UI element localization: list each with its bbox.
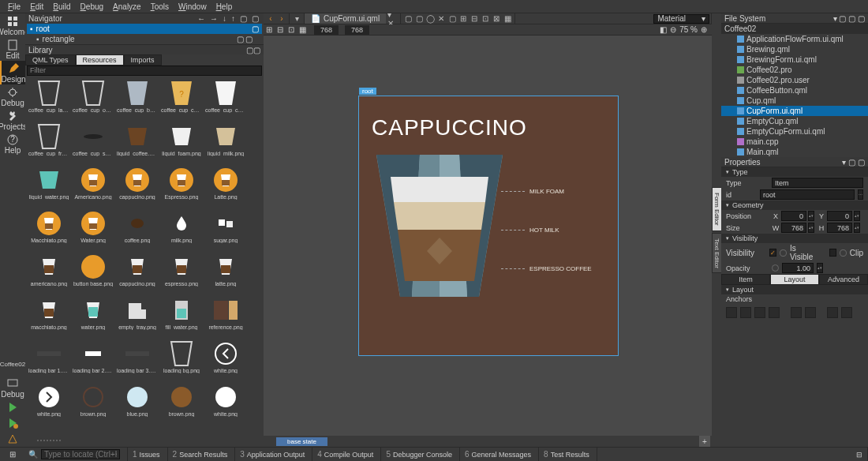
resource-item[interactable]: liquid_water.png (27, 166, 71, 209)
resource-item[interactable]: espresso.png (159, 253, 204, 296)
resource-item[interactable]: white.png (204, 339, 248, 383)
add-state-button[interactable]: + (699, 436, 710, 447)
anchor-vcenter[interactable] (805, 307, 816, 318)
navigator-item-rectangle[interactable]: ▪rectangle ▢▢ (25, 34, 264, 44)
menu-debug[interactable]: Debug (76, 2, 108, 11)
resource-item[interactable]: water.png (71, 296, 115, 339)
output-pane-search-results[interactable]: 2Search Results (168, 448, 236, 461)
input-x[interactable] (781, 211, 806, 221)
form-canvas[interactable]: root CAPPUCCINO MILK FOAM HOT MILK E (264, 36, 712, 436)
resource-item[interactable]: coffee_cup_coverplat... (204, 79, 248, 122)
section-geometry[interactable]: Geometry (721, 201, 868, 210)
ruler-icon[interactable]: ⊞ (264, 24, 275, 36)
locator-input[interactable] (41, 449, 120, 459)
output-pane-compile-output[interactable]: 4Compile Output (312, 448, 381, 461)
file-item[interactable]: Main.qml (721, 147, 868, 157)
file-item[interactable]: Coffee02.pro (721, 65, 868, 75)
menu-analyze[interactable]: Analyze (108, 2, 146, 11)
section-visibility[interactable]: Visibility (721, 234, 868, 243)
resource-item[interactable]: brown.png (159, 383, 204, 426)
checkbox-isvisible[interactable] (769, 249, 777, 257)
lib-max-icon[interactable]: ▢ (246, 46, 253, 54)
resource-item[interactable]: loading bar 3.png (115, 339, 159, 383)
zoom-out-icon[interactable]: ⊖ (670, 25, 676, 34)
resource-item[interactable]: coffee.png (115, 209, 159, 253)
section-layout[interactable]: Layout (721, 285, 868, 294)
resource-item[interactable]: line.png (27, 426, 71, 447)
resource-item[interactable]: coffee_cup_back.png (115, 79, 159, 122)
file-item[interactable]: main.cpp (721, 137, 868, 147)
nav-right-icon[interactable]: → (208, 14, 219, 23)
kit-selector[interactable]: Coffee02 (0, 352, 25, 376)
nav-close-icon[interactable]: ▢ (250, 14, 260, 23)
resource-item[interactable]: liquid_coffee.png (115, 122, 159, 166)
resource-item[interactable]: Latte.png (204, 166, 248, 209)
toggle-sidebar-icon[interactable]: ⊞ (9, 450, 16, 459)
anchor-right[interactable] (769, 307, 780, 318)
resource-item[interactable]: macchiato.png (27, 296, 71, 339)
resource-item[interactable]: brown.png (71, 383, 115, 426)
tool-icon[interactable]: ▢ (413, 13, 425, 24)
file-item[interactable]: EmptyCup.qml (721, 116, 868, 126)
file-item[interactable]: Cup.qml (721, 96, 868, 106)
state-base[interactable]: base state (276, 437, 327, 446)
resource-item[interactable]: Macchiato.png (27, 209, 71, 253)
toggle-right-icon[interactable]: ⊟ (851, 448, 868, 461)
output-pane-test-results[interactable]: 8Test Results (539, 448, 597, 461)
resource-item[interactable]: empty_tray.png (115, 296, 159, 339)
resource-item[interactable]: coffee_cup_front.png (27, 122, 71, 166)
radio-isvisible[interactable] (780, 249, 787, 257)
tool-icon[interactable]: ✕ (436, 13, 447, 24)
canvas-width[interactable]: 768 (314, 25, 339, 35)
nav-down-icon[interactable]: ↓ (221, 14, 228, 23)
menu-build[interactable]: Build (48, 2, 75, 11)
subtab-advanced[interactable]: Advanced (819, 274, 868, 285)
mode-edit[interactable]: Edit (0, 37, 25, 61)
resource-item[interactable]: cappucino.png (115, 166, 159, 209)
tab-imports[interactable]: Imports (124, 54, 162, 66)
resource-item[interactable]: Americano.png (71, 166, 115, 209)
spin-h[interactable]: ▴▾ (854, 223, 860, 233)
canvas-height[interactable]: 768 (345, 25, 369, 35)
resource-item[interactable]: coffee_cup_outline.p... (71, 79, 115, 122)
tool-icon[interactable]: ▦ (502, 13, 513, 24)
dropdown-icon[interactable]: ▾ (291, 13, 302, 24)
file-item[interactable]: BrewingForm.ui.qml (721, 54, 868, 65)
navigator-root-item[interactable]: ▪root ▢ (27, 24, 262, 34)
mode-help[interactable]: ?Help (0, 132, 25, 156)
zoom-icon[interactable]: ◧ (660, 25, 667, 34)
library-filter-input[interactable]: Filter (27, 66, 262, 76)
input-y[interactable] (827, 211, 852, 221)
file-item[interactable]: Coffee02.pro.user (721, 75, 868, 85)
radio-clip[interactable] (840, 249, 847, 257)
spin-opacity[interactable]: ▴▾ (817, 263, 823, 273)
subtab-item[interactable]: Item (721, 274, 770, 285)
visibility-icon[interactable]: ▢ (252, 24, 259, 33)
resource-item[interactable]: fill_water.png (159, 296, 204, 339)
resource-item[interactable]: button base.png (71, 253, 115, 296)
anchor-top[interactable] (726, 307, 737, 318)
tab-qml-types[interactable]: QML Types (25, 54, 76, 66)
resource-item[interactable]: latte.png (204, 253, 248, 296)
tool-icon[interactable]: ◯ (425, 13, 436, 24)
resource-item[interactable]: coffee_cup_shadow.... (71, 122, 115, 166)
menu-tools[interactable]: Tools (146, 2, 174, 11)
output-pane-general-messages[interactable]: 6General Messages (460, 448, 539, 461)
nav-max-icon[interactable]: ▢ (238, 14, 249, 23)
back-icon[interactable]: ‹ (265, 13, 276, 24)
resource-item[interactable]: sugar.png (204, 209, 248, 253)
ruler-icon[interactable]: ▦ (297, 24, 308, 36)
anchor-fill[interactable] (791, 307, 802, 318)
zoom-value[interactable]: 75 % (679, 25, 698, 34)
nav-left-icon[interactable]: ← (196, 14, 207, 23)
input-id[interactable] (760, 189, 855, 200)
export-icon[interactable]: ▢ (237, 35, 244, 43)
resource-item[interactable]: loading bg.png (159, 339, 204, 383)
tab-text-editor[interactable]: Text Editor (712, 233, 722, 274)
input-opacity[interactable] (782, 263, 814, 273)
output-pane-application-output[interactable]: 3Application Output (235, 448, 312, 461)
tool-icon[interactable]: ⊠ (491, 13, 502, 24)
value-type[interactable]: Item (772, 178, 863, 188)
resource-item[interactable]: loading bar 2.png (71, 339, 115, 383)
anchor-left[interactable] (754, 307, 765, 318)
